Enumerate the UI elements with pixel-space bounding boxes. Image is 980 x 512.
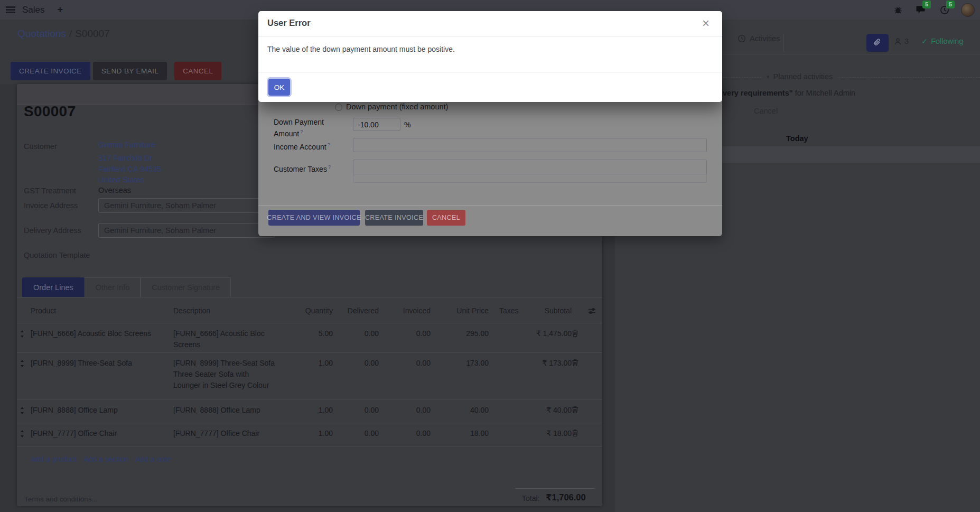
chatter-activities-tab[interactable]: Activities	[738, 34, 780, 43]
drag-handle-icon[interactable]	[19, 353, 31, 399]
cell-invoiced[interactable]: 0.00	[379, 400, 431, 423]
followers-button[interactable]: 3	[894, 37, 909, 45]
cell-invoiced[interactable]: 0.00	[379, 353, 431, 399]
create-and-view-invoice-button[interactable]: CREATE AND VIEW INVOICE	[268, 210, 360, 226]
cell-taxes[interactable]	[489, 353, 524, 399]
dialog-footer: OK	[258, 72, 722, 103]
app-menu-sales[interactable]: Sales	[22, 5, 45, 15]
new-tab-button[interactable]: +	[58, 4, 63, 15]
cell-taxes[interactable]	[489, 323, 524, 352]
cancel-button[interactable]: CANCEL	[174, 62, 221, 80]
cell-product[interactable]: [FURN_6666] Acoustic Bloc Screens	[31, 323, 173, 352]
col-delivered[interactable]: Delivered	[333, 297, 379, 323]
cell-invoiced[interactable]: 0.00	[379, 423, 431, 446]
add-a-note-link[interactable]: Add a note	[135, 455, 171, 463]
delete-row-icon[interactable]	[572, 400, 600, 423]
tab-order-lines[interactable]: Order Lines	[22, 277, 85, 297]
cell-quantity[interactable]: 1.00	[284, 400, 333, 423]
optional-columns-icon[interactable]	[588, 307, 596, 315]
terms-and-conditions-placeholder[interactable]: Terms and conditions...	[24, 495, 98, 503]
cell-delivered[interactable]: 0.00	[333, 423, 379, 446]
col-product[interactable]: Product	[31, 297, 173, 323]
tab-customer-signature[interactable]: Customer Signature	[141, 277, 231, 297]
invoice-address-input[interactable]	[98, 198, 275, 213]
hamburger-menu-icon[interactable]	[6, 6, 15, 13]
cell-delivered[interactable]: 0.00	[333, 400, 379, 423]
cell-description[interactable]: [FURN_8888] Office Lamp	[173, 400, 284, 423]
cell-unit-price[interactable]: 295.00	[431, 323, 489, 352]
chevron-down-icon: ▾	[767, 73, 770, 80]
breadcrumb-quotations-link[interactable]: Quotations	[17, 28, 66, 39]
attachments-button[interactable]	[866, 34, 889, 52]
col-taxes[interactable]: Taxes	[489, 297, 524, 323]
customer-address-line[interactable]: Fairfield CA 94535	[98, 164, 161, 175]
wizard-cancel-button[interactable]: CANCEL	[427, 210, 465, 226]
cell-product[interactable]: [FURN_8999] Three-Seat Sofa	[31, 353, 173, 399]
table-row[interactable]: [FURN_8999] Three-Seat Sofa [FURN_8999] …	[17, 353, 602, 400]
delete-row-icon[interactable]	[572, 323, 600, 352]
table-header-row: Product Description Quantity Delivered I…	[17, 297, 602, 323]
following-button[interactable]: ✓ Following	[921, 37, 963, 45]
customer-address[interactable]: 317 Fairchild Dr Fairfield CA 94535 Unit…	[98, 153, 161, 185]
planned-activities-toggle[interactable]: ▾ Planned activities	[762, 72, 837, 81]
cell-product[interactable]: [FURN_8888] Office Lamp	[31, 400, 173, 423]
cell-unit-price[interactable]: 18.00	[431, 423, 489, 446]
customer-address-line[interactable]: United States	[98, 174, 161, 185]
drag-handle-icon[interactable]	[19, 423, 31, 446]
messages-count-badge: 5	[922, 1, 931, 8]
col-description[interactable]: Description	[173, 297, 284, 323]
send-by-email-button[interactable]: SEND BY EMAIL	[93, 62, 167, 80]
cell-description[interactable]: [FURN_6666] Acoustic Bloc Screens	[173, 323, 284, 352]
col-quantity[interactable]: Quantity	[284, 297, 333, 323]
delivery-address-input[interactable]	[98, 223, 275, 238]
add-a-product-link[interactable]: Add a product	[31, 455, 77, 463]
table-row[interactable]: [FURN_7777] Office Chair [FURN_7777] Off…	[17, 423, 602, 446]
messages-icon[interactable]: 5	[916, 5, 926, 14]
add-a-section-link[interactable]: Add a section	[83, 455, 128, 463]
invoice-address-label: Invoice Address?	[24, 201, 81, 210]
down-payment-fixed-radio[interactable]	[335, 104, 342, 111]
chatter-toolbar-separator	[783, 34, 784, 52]
dialog-title: User Error	[267, 18, 311, 28]
col-unit-price[interactable]: Unit Price	[431, 297, 489, 323]
table-row[interactable]: [FURN_8888] Office Lamp [FURN_8888] Offi…	[17, 400, 602, 423]
down-payment-amount-input[interactable]	[353, 118, 400, 131]
cell-product[interactable]: [FURN_7777] Office Chair	[31, 423, 173, 446]
cell-subtotal: ₹ 1,475.00	[524, 323, 572, 352]
table-row[interactable]: [FURN_6666] Acoustic Bloc Screens [FURN_…	[17, 323, 602, 353]
activities-clock-icon[interactable]: 5	[940, 5, 949, 15]
cell-quantity[interactable]: 1.00	[284, 353, 333, 399]
close-icon[interactable]: ×	[702, 15, 710, 31]
tab-other-info[interactable]: Other Info	[85, 277, 141, 297]
col-subtotal[interactable]: Subtotal	[524, 297, 572, 323]
down-payment-fixed-radio-label[interactable]: Down payment (fixed amount)	[346, 103, 448, 111]
cell-delivered[interactable]: 0.00	[333, 353, 379, 399]
wizard-create-invoice-button[interactable]: CREATE INVOICE	[365, 210, 423, 226]
customer-name-link[interactable]: Gemini Furniture	[98, 141, 155, 149]
activity-cancel-link[interactable]: Cancel	[754, 107, 778, 115]
cell-description[interactable]: [FURN_8999] Three-Seat Sofa Three Seater…	[173, 353, 284, 399]
debug-bug-icon[interactable]	[894, 6, 902, 14]
dialog-message: The value of the down payment amount mus…	[267, 45, 455, 53]
ok-button[interactable]: OK	[268, 79, 290, 96]
delete-row-icon[interactable]	[572, 353, 600, 399]
cell-delivered[interactable]: 0.00	[333, 323, 379, 352]
drag-handle-icon[interactable]	[19, 400, 31, 423]
customer-address-line[interactable]: 317 Fairchild Dr	[98, 153, 161, 164]
create-invoice-button[interactable]: CREATE INVOICE	[11, 62, 90, 80]
income-account-input[interactable]	[353, 138, 707, 152]
cell-unit-price[interactable]: 173.00	[431, 353, 489, 399]
drag-handle-icon[interactable]	[19, 323, 31, 352]
cell-quantity[interactable]: 5.00	[284, 323, 333, 352]
cell-quantity[interactable]: 1.00	[284, 423, 333, 446]
delete-row-icon[interactable]	[572, 423, 600, 446]
total-value: ₹1,706.00	[546, 492, 584, 502]
cell-invoiced[interactable]: 0.00	[379, 323, 431, 352]
cell-description[interactable]: [FURN_7777] Office Chair	[173, 423, 284, 446]
cell-unit-price[interactable]: 40.00	[431, 400, 489, 423]
cell-taxes[interactable]	[489, 400, 524, 423]
user-avatar[interactable]	[961, 3, 975, 17]
customer-taxes-input[interactable]	[353, 160, 707, 183]
col-invoiced[interactable]: Invoiced	[379, 297, 431, 323]
cell-taxes[interactable]	[489, 423, 524, 446]
